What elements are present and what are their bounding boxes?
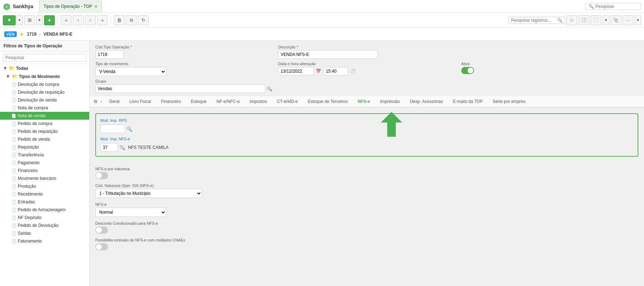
- sidebar-item-nota-venda[interactable]: 📄 Nota de venda: [0, 112, 89, 120]
- tab-serie-empresa[interactable]: Série por empres.: [488, 96, 532, 108]
- file-dropdown-button[interactable]: ▼: [603, 15, 609, 25]
- tipo-movimento-select[interactable]: V-Venda: [95, 67, 166, 76]
- sidebar-item-tipos-movimento[interactable]: ▼ 📁 Tipos de Movimento: [0, 72, 89, 80]
- sidebar-item-nf-deposito[interactable]: 📄 NF Depósito: [0, 214, 89, 222]
- sidebar-item-pedido-venda[interactable]: 📄 Pedido de venda: [0, 135, 89, 143]
- attach-button[interactable]: 📎: [611, 15, 621, 25]
- sidebar-item-pedido-compra[interactable]: 📄 Pedido de compra: [0, 120, 89, 128]
- record-star-icon[interactable]: ★: [20, 31, 24, 37]
- sidebar-item-pedido-requisicao[interactable]: 📄 Pedido de requisição: [0, 128, 89, 135]
- record-search-icon: 🔍: [557, 18, 563, 23]
- grupo-search-button[interactable]: 🔍: [267, 86, 272, 92]
- tab-close-icon[interactable]: ✕: [94, 4, 97, 9]
- mod-imp-nfse-input[interactable]: [100, 143, 118, 152]
- tab-impostos[interactable]: Impostos: [245, 96, 272, 108]
- tab-estoque-terceiros[interactable]: Estoque de Terceiros: [303, 96, 353, 108]
- main-tab[interactable]: Tipos de Operação - TOP ✕: [39, 1, 102, 12]
- sidebar-item-faturamento[interactable]: 📄 Faturamento: [0, 237, 89, 245]
- view-dropdown-button[interactable]: ▼: [36, 15, 43, 25]
- sidebar-item-requisicao[interactable]: 📄 Requisição: [0, 143, 89, 151]
- mod-imp-rps-field: 🔍: [100, 125, 633, 133]
- sidebar-item-movimento-bancario[interactable]: 📄 Movimento bancário: [0, 175, 89, 182]
- tab-financeiro[interactable]: Financeiro: [156, 96, 186, 108]
- view-button[interactable]: ⊞: [24, 15, 35, 25]
- tab-geral[interactable]: Geral: [104, 96, 124, 108]
- tab-estoque[interactable]: Estoque: [186, 96, 212, 108]
- favorite-button[interactable]: ☆: [566, 15, 577, 25]
- sidebar-item-nota-compra[interactable]: 📄 Nota de compra: [0, 104, 89, 112]
- tab-impressao[interactable]: Impressão: [375, 96, 405, 108]
- record-id: 1719: [27, 32, 37, 37]
- nfse-natureza-toggle[interactable]: [95, 172, 108, 179]
- tabs-copy-button[interactable]: ⧉: [92, 97, 99, 106]
- cod-tipo-operacao-input[interactable]: [95, 50, 124, 59]
- doc-icon: 📄: [11, 200, 16, 204]
- sidebar-item-transferencia[interactable]: 📄 Transferência: [0, 151, 89, 159]
- record-search-input[interactable]: [511, 18, 557, 23]
- toolbar: ▼ ▼ ⊞ ▼ + « ‹ › » 🗑 ⧉ ↻ 🔍 ☆ 🕐 📄 ▼ 📎 ··· …: [0, 13, 644, 28]
- grupo-input[interactable]: [95, 84, 265, 93]
- file-button[interactable]: 📄: [591, 15, 601, 25]
- sidebar-item-todas[interactable]: ▼ 📁 Todas: [0, 64, 89, 72]
- date-input[interactable]: [278, 67, 314, 76]
- mod-imp-nfse-search-icon[interactable]: 🔍: [119, 145, 125, 150]
- desconto-cond-toggle[interactable]: [95, 227, 108, 234]
- add-button[interactable]: +: [44, 15, 55, 25]
- mod-imp-rps-link[interactable]: Mod. Imp. RPS: [100, 118, 127, 123]
- sidebar-item-pagamento[interactable]: 📄 Pagamento: [0, 159, 89, 167]
- ven-badge: VEN: [4, 31, 17, 37]
- sidebar-item-pedido-devolucao[interactable]: 📄 Pedido de Devolução: [0, 222, 89, 229]
- sidebar-item-label: Devolução de venda: [18, 98, 57, 103]
- tab-ct-e-md-e[interactable]: CT-e/MD-e: [272, 96, 303, 108]
- doc-icon: 📄: [11, 153, 16, 157]
- sidebar-item-producao[interactable]: 📄 Produção: [0, 182, 89, 190]
- tab-nfs-e[interactable]: NFS-e: [353, 96, 375, 108]
- cod-natureza-select[interactable]: 1 - Tributação no Municipio 2 - Tributaç…: [95, 189, 202, 198]
- sidebar-item-label: Tipos de Movimento: [19, 74, 60, 79]
- last-button[interactable]: »: [97, 15, 108, 25]
- global-search[interactable]: 🔍: [585, 3, 641, 10]
- prev-button[interactable]: ‹: [73, 15, 84, 25]
- filter-dropdown-button[interactable]: ▼: [16, 15, 23, 25]
- record-search[interactable]: 🔍: [509, 17, 565, 24]
- more-dropdown-button[interactable]: ▼: [635, 15, 641, 25]
- doc-icon: 📄: [11, 184, 16, 189]
- tab-nf-e-nfc-e[interactable]: NF-e/NFC-e: [212, 96, 245, 108]
- sidebar-item-label: Pedido de Armazenagem: [18, 207, 66, 212]
- tab-livro-fiscal[interactable]: Livro Fiscal: [124, 96, 156, 108]
- tab-emails-top[interactable]: E-mails da TOP: [448, 96, 488, 108]
- global-search-input[interactable]: [595, 4, 638, 9]
- mod-imp-nfse-link[interactable]: Mod. Imp. NFS-e: [100, 137, 130, 141]
- multiplos-cnaes-toggle[interactable]: [95, 243, 108, 250]
- mod-imp-rps-input[interactable]: [100, 125, 125, 133]
- next-button[interactable]: ›: [85, 15, 96, 25]
- sidebar-item-label: Pedido de compra: [18, 121, 52, 126]
- sidebar-item-entradas[interactable]: 📄 Entradas: [0, 198, 89, 206]
- history-button[interactable]: 🕐: [579, 15, 589, 25]
- first-button[interactable]: «: [61, 15, 71, 25]
- filter-button[interactable]: ▼: [3, 15, 16, 25]
- highlight-box: Mod. Imp. RPS 🔍 Mod. Imp. NFS-e: [95, 113, 638, 157]
- nfse-tipo-select[interactable]: Normal Complementar Cancelamento: [95, 208, 166, 217]
- sidebar-item-devolucao-venda[interactable]: 📄 Devolução de venda: [0, 96, 89, 104]
- time-input[interactable]: [323, 67, 348, 76]
- ativo-toggle[interactable]: [461, 67, 474, 74]
- descricao-input[interactable]: [278, 50, 378, 59]
- sidebar-item-recebimento[interactable]: 📄 Recebimento: [0, 190, 89, 198]
- delete-button[interactable]: 🗑: [114, 15, 124, 25]
- more-button[interactable]: ···: [623, 15, 633, 25]
- sidebar-search-area: [0, 52, 89, 64]
- sidebar-item-saidas[interactable]: 📄 Saídas: [0, 229, 89, 237]
- tab-nav-prev[interactable]: ‹: [99, 98, 104, 105]
- sidebar-search-input[interactable]: [3, 54, 86, 62]
- refresh-button[interactable]: ↻: [138, 15, 149, 25]
- sidebar-item-devolucao-requisicao[interactable]: 📄 Devolução de requisição: [0, 88, 89, 96]
- sidebar-item-pedido-armazenagem[interactable]: 📄 Pedido de Armazenagem: [0, 206, 89, 214]
- sidebar-item-financeiro[interactable]: 📄 Financeiro: [0, 167, 89, 175]
- clone-button[interactable]: ⧉: [126, 15, 137, 25]
- tab-desp-acessorias[interactable]: Desp. Acessórias: [405, 96, 448, 108]
- sidebar-item-devolucao-compra[interactable]: 📄 Devolução de compra: [0, 80, 89, 88]
- filter-icon: ▼: [7, 17, 12, 23]
- topbar-right: 🔍: [585, 3, 641, 10]
- mod-imp-rps-search-icon[interactable]: 🔍: [127, 126, 132, 132]
